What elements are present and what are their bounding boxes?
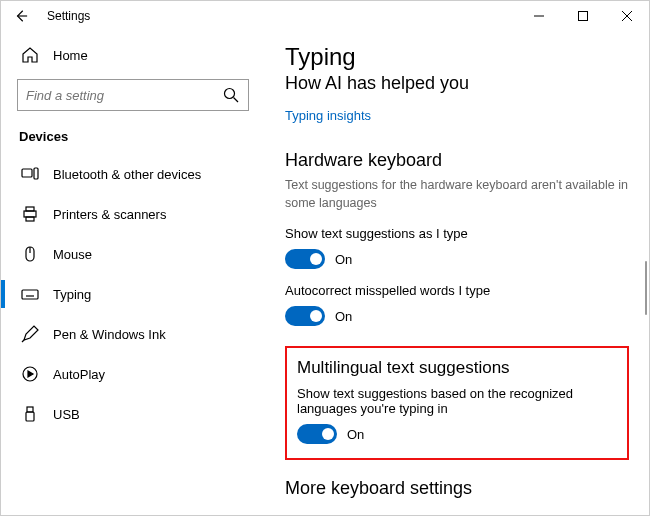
titlebar: Settings xyxy=(1,1,649,31)
svg-line-5 xyxy=(234,98,239,103)
sidebar-item-label: USB xyxy=(53,407,80,422)
toggle-row: On xyxy=(285,249,629,269)
hardware-keyboard-note: Text suggestions for the hardware keyboa… xyxy=(285,177,629,212)
toggle-row: On xyxy=(285,306,629,326)
sidebar-item-mouse[interactable]: Mouse xyxy=(17,234,249,274)
body-area: Home Devices Bluetooth & other devices P… xyxy=(1,31,649,515)
multilingual-heading: Multilingual text suggestions xyxy=(297,358,617,378)
page-title: Typing xyxy=(285,43,629,71)
search-box[interactable] xyxy=(17,79,249,111)
svg-rect-8 xyxy=(24,211,36,217)
setting-label: Show text suggestions as I type xyxy=(285,226,629,241)
svg-rect-6 xyxy=(22,169,32,177)
home-icon xyxy=(21,46,39,64)
svg-point-4 xyxy=(225,89,235,99)
svg-rect-21 xyxy=(26,412,34,421)
content-panel[interactable]: Typing How AI has helped you Typing insi… xyxy=(261,31,649,515)
home-label: Home xyxy=(53,48,88,63)
sidebar-item-autoplay[interactable]: AutoPlay xyxy=(17,354,249,394)
settings-window: Settings Home Devices Bluetooth & other … xyxy=(0,0,650,516)
toggle-show-suggestions[interactable] xyxy=(285,249,325,269)
setting-show-suggestions: Show text suggestions as I type On xyxy=(285,226,629,269)
titlebar-left: Settings xyxy=(1,1,90,31)
close-icon xyxy=(622,11,632,21)
toggle-multilingual[interactable] xyxy=(297,424,337,444)
close-button[interactable] xyxy=(605,1,649,31)
minimize-button[interactable] xyxy=(517,1,561,31)
toggle-state: On xyxy=(335,252,352,267)
maximize-icon xyxy=(578,11,588,21)
usb-icon xyxy=(21,405,39,423)
sidebar-item-label: Bluetooth & other devices xyxy=(53,167,201,182)
more-keyboard-heading: More keyboard settings xyxy=(285,478,629,499)
toggle-state: On xyxy=(347,427,364,442)
typing-insights-link[interactable]: Typing insights xyxy=(285,108,371,123)
sidebar-item-bluetooth[interactable]: Bluetooth & other devices xyxy=(17,154,249,194)
autoplay-icon xyxy=(21,365,39,383)
multilingual-highlight: Multilingual text suggestions Show text … xyxy=(285,346,629,460)
back-arrow-icon xyxy=(14,9,28,23)
setting-autocorrect: Autocorrect misspelled words I type On xyxy=(285,283,629,326)
pen-icon xyxy=(21,325,39,343)
svg-rect-9 xyxy=(26,207,34,211)
toggle-state: On xyxy=(335,309,352,324)
window-controls xyxy=(517,1,649,31)
page-subtitle: How AI has helped you xyxy=(285,73,629,94)
svg-rect-20 xyxy=(27,407,33,412)
sidebar-item-label: AutoPlay xyxy=(53,367,105,382)
multilingual-desc: Show text suggestions based on the recog… xyxy=(297,386,617,416)
hardware-keyboard-heading: Hardware keyboard xyxy=(285,150,629,171)
sidebar-item-label: Printers & scanners xyxy=(53,207,166,222)
printer-icon xyxy=(21,205,39,223)
sidebar-item-label: Mouse xyxy=(53,247,92,262)
sidebar-group-title: Devices xyxy=(19,129,249,144)
keyboard-icon xyxy=(21,285,39,303)
back-button[interactable] xyxy=(1,1,41,31)
svg-rect-10 xyxy=(26,217,34,221)
sidebar-item-label: Typing xyxy=(53,287,91,302)
sidebar-item-pen[interactable]: Pen & Windows Ink xyxy=(17,314,249,354)
svg-rect-7 xyxy=(34,168,38,179)
sidebar-item-printers[interactable]: Printers & scanners xyxy=(17,194,249,234)
setting-label: Autocorrect misspelled words I type xyxy=(285,283,629,298)
scrollbar-thumb[interactable] xyxy=(645,261,647,315)
devices-icon xyxy=(21,165,39,183)
sidebar-item-usb[interactable]: USB xyxy=(17,394,249,434)
home-nav[interactable]: Home xyxy=(17,37,249,73)
mouse-icon xyxy=(21,245,39,263)
maximize-button[interactable] xyxy=(561,1,605,31)
toggle-row: On xyxy=(297,424,617,444)
app-title: Settings xyxy=(41,9,90,23)
sidebar: Home Devices Bluetooth & other devices P… xyxy=(1,31,261,515)
svg-rect-13 xyxy=(22,290,38,299)
sidebar-item-label: Pen & Windows Ink xyxy=(53,327,166,342)
search-icon xyxy=(222,86,240,104)
search-input[interactable] xyxy=(26,88,222,103)
sidebar-item-typing[interactable]: Typing xyxy=(17,274,249,314)
svg-rect-1 xyxy=(579,12,588,21)
minimize-icon xyxy=(534,11,544,21)
sidebar-list: Bluetooth & other devices Printers & sca… xyxy=(17,154,249,434)
toggle-autocorrect[interactable] xyxy=(285,306,325,326)
